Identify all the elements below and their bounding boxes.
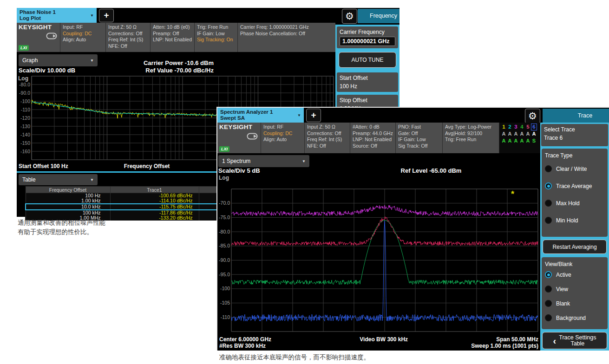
window-selector-dropdown[interactable]: 1 Spectrum ▼ — [218, 155, 309, 167]
status-col-carrier: Carrier Freq: 1.000000021 GHz Phase Nois… — [238, 23, 335, 52]
button-line: Table — [559, 341, 596, 347]
svg-text:Log: Log — [18, 75, 28, 82]
radio-icon — [545, 217, 552, 224]
status-field: Freq Ref: Int (S) — [108, 37, 148, 43]
trace-settings-table-button[interactable]: ‹ Trace Settings Table — [542, 332, 607, 349]
svg-text:*: * — [511, 189, 514, 199]
add-measurement-button[interactable]: + — [99, 9, 114, 22]
status-col-avg: Avg Type: Log-Power Avg|Hold: 92/100 Tri… — [443, 123, 499, 153]
window-selector-value: 1 Spectrum — [222, 158, 250, 164]
svg-text:-90.0: -90.0 — [19, 90, 30, 96]
status-col-trig: Trig: Free Run IF Gain: Low Sig Tracking… — [195, 23, 238, 52]
radio-view[interactable]: View — [545, 286, 604, 292]
spectrum-plot[interactable]: -70.0-75.0-80.0-85.0-90.0-95.0-100-105-1… — [217, 174, 540, 336]
status-col-inputz: Input Z: 50 Ω Corrections: Off Freq Ref:… — [305, 123, 350, 153]
radio-label: Blank — [556, 300, 570, 307]
status-col-pno: PNO: Fast Gate: Off IF Gain: Low Sig Tra… — [396, 123, 443, 153]
status-field: LNP: Not Enabled — [153, 37, 192, 43]
status-field: Sig Track: Off — [398, 143, 440, 150]
menu-tab-trace[interactable]: Trace — [543, 109, 609, 123]
svg-text:-90.0: -90.0 — [219, 257, 230, 263]
radio-label: Active — [556, 272, 571, 278]
status-field: NFE: Off — [307, 143, 347, 150]
settings-gear-button[interactable]: ⚙ — [525, 109, 540, 124]
scale-div-label: Scale/Div 10.000 dB — [19, 67, 75, 74]
spectrum-analyzer-window: Spectrum Analyzer 1 Swept SA ▼ + ⚙ Trace… — [216, 107, 609, 351]
radio-selected-icon — [545, 182, 552, 189]
radio-blank[interactable]: Blank — [545, 300, 604, 307]
svg-text:-160: -160 — [20, 149, 30, 154]
status-field: Trig: Free Run — [445, 136, 497, 143]
chevron-down-icon: ▼ — [90, 13, 94, 18]
status-field: Input Z: 50 Ω — [108, 24, 148, 31]
status-field: Input: RF — [263, 124, 302, 130]
span-label: Span 50.00 MHz — [496, 336, 538, 343]
radio-icon — [545, 314, 552, 321]
svg-text:-150: -150 — [20, 140, 30, 146]
status-field: Corrections: Off — [307, 130, 347, 137]
status-field: Align: Auto — [263, 136, 302, 143]
radio-clear-write[interactable]: Clear / Write — [545, 165, 604, 172]
sweep-time-label: Sweep 1.00 ms (1001 pts) — [471, 343, 538, 349]
start-offset-item-label: Start Offset — [340, 75, 395, 81]
radio-selected-icon — [545, 271, 552, 278]
caption-line: 有助于实现理想的性价比。 — [18, 228, 105, 237]
restart-averaging-button[interactable]: Restart Averaging — [543, 240, 607, 254]
svg-text:-100: -100 — [20, 98, 30, 104]
trace-indicator-grid[interactable]: 1AA2AA3AA4AA5AA6AS — [499, 123, 540, 153]
carrier-frequency-value[interactable]: 1.000000021 GHz — [340, 37, 395, 46]
radio-label: View — [556, 286, 568, 292]
keysight-logo-block: KEYSIGHT LXI — [217, 123, 261, 153]
trace-type-group: Trace Type Clear / Write Trace Average M… — [542, 149, 608, 237]
status-field: #Atten: 0 dB — [353, 124, 393, 130]
svg-text:-100: -100 — [220, 286, 230, 291]
stop-offset-item-label: Stop Offset — [340, 97, 395, 104]
start-offset-item[interactable]: Start Offset 100 Hz — [337, 72, 398, 92]
chevron-down-icon: ▼ — [297, 113, 301, 117]
settings-gear-button[interactable]: ⚙ — [342, 9, 357, 24]
add-measurement-button[interactable]: + — [306, 109, 321, 122]
gear-icon: ⚙ — [345, 11, 354, 21]
chevron-left-icon: ‹ — [553, 338, 557, 344]
lxi-badge: LXI — [219, 146, 229, 152]
start-offset-label: Start Offset 100 Hz — [19, 163, 68, 169]
view-selector-dropdown[interactable]: Graph ▼ — [19, 54, 98, 66]
radio-active[interactable]: Active — [545, 271, 604, 278]
table-selector-dropdown[interactable]: Table ▼ — [19, 174, 98, 185]
status-field: PNO: Fast — [398, 124, 440, 130]
trace-type-title: Trace Type — [545, 152, 604, 159]
svg-text:-80.0: -80.0 — [19, 82, 30, 87]
status-field: Input: RF — [63, 24, 103, 31]
button-line: Trace Settings — [559, 335, 596, 341]
measurement-tab-swept-sa[interactable]: Spectrum Analyzer 1 Swept SA ▼ — [217, 108, 304, 123]
radio-label: Min Hold — [556, 217, 578, 224]
select-trace-value: Trace 6 — [544, 135, 605, 141]
status-field: Atten: 10 dB (e0) — [153, 24, 192, 31]
status-col-inputz: Input Z: 50 Ω Corrections: Off Freq Ref:… — [106, 23, 151, 52]
scale-div-label: Scale/Div 5 dB — [218, 167, 260, 174]
radio-max-hold[interactable]: Max Hold — [545, 200, 604, 207]
carrier-frequency-item[interactable]: Carrier Frequency 1.000000021 GHz — [337, 26, 398, 48]
auto-tune-button[interactable]: AUTO TUNE — [339, 52, 396, 68]
radio-min-hold[interactable]: Min Hold — [545, 217, 604, 224]
measurement-tab-phase-noise[interactable]: Phase Noise 1 Log Plot ▼ — [17, 8, 97, 23]
xaxis-label: Frequency Offset — [110, 163, 184, 169]
keysight-logo: KEYSIGHT — [219, 124, 259, 130]
radio-background[interactable]: Background — [545, 314, 604, 321]
radio-trace-average[interactable]: Trace Average — [545, 182, 604, 189]
res-bw-label: #Res BW 300 kHz — [219, 343, 266, 349]
lxi-badge: LXI — [19, 45, 29, 51]
select-trace-item[interactable]: Select Trace Trace 6 — [541, 124, 608, 146]
status-field: Trig: Free Run — [197, 24, 235, 31]
status-field: IF Gain: Low — [398, 136, 440, 143]
menu-tab-frequency[interactable]: Frequency — [358, 9, 399, 23]
caption-line: 通用测量和改善的相位噪声性能 — [18, 218, 105, 228]
keysight-logo-block: KEYSIGHT LXI — [17, 23, 60, 52]
tab-bar: Phase Noise 1 Log Plot ▼ + ⚙ Frequency — [17, 8, 399, 23]
gear-icon: ⚙ — [528, 110, 537, 121]
view-blank-title: View/Blank — [545, 261, 604, 267]
status-bar: KEYSIGHT LXI Input: RF Coupling: DC Alig… — [217, 123, 540, 153]
status-field: Input Z: 50 Ω — [307, 124, 347, 130]
view-selector-value: Graph — [22, 57, 38, 64]
status-field: Carrier Freq: 1.000000021 GHz — [240, 24, 333, 31]
